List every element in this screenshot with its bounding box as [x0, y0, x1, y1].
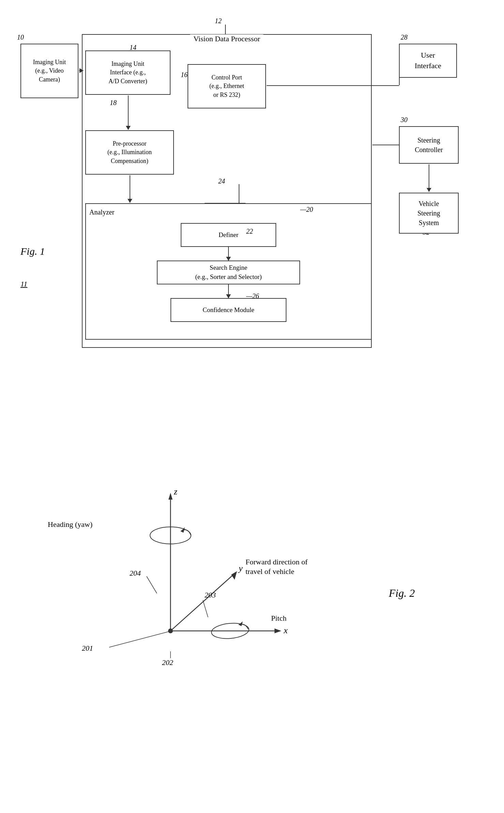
svg-text:204: 204: [130, 569, 141, 577]
confidence-module-box: Confidence Module: [171, 298, 286, 322]
svg-point-10: [168, 629, 173, 633]
ref-28: 28: [401, 33, 407, 41]
svg-line-4: [171, 573, 235, 631]
preprocessor-box: Pre-processor(e.g., IlluminationCompensa…: [85, 130, 174, 175]
user-interface-box: UserInterface: [399, 44, 457, 78]
svg-text:203: 203: [205, 591, 216, 599]
ref-16: 16: [181, 71, 188, 79]
svg-text:Pitch: Pitch: [271, 614, 286, 622]
fig2-svg: z y x 201 202: [14, 409, 491, 784]
arrow-sc-to-vss: [429, 164, 429, 192]
svg-text:201: 201: [82, 644, 93, 652]
definer-box: Definer: [181, 223, 276, 247]
line-ctrl-to-ui: [267, 85, 399, 86]
svg-text:Fig. 2: Fig. 2: [388, 587, 415, 599]
svg-marker-5: [231, 571, 237, 580]
svg-text:travel of vehicle: travel of vehicle: [246, 567, 294, 576]
svg-text:Forward direction of: Forward direction of: [246, 558, 308, 566]
svg-line-15: [203, 600, 208, 617]
fig1-label: Fig. 1: [20, 246, 45, 257]
fig1-diagram: 12 Vision Data Processor 10 Imaging Unit…: [14, 14, 491, 389]
line-24-v: [239, 184, 239, 204]
arrow-iui-to-pp: [128, 95, 129, 130]
vehicle-steering-box: VehicleSteeringSystem: [399, 193, 459, 234]
y-axis-label: y: [238, 563, 243, 573]
imaging-unit-interface-box: Imaging UnitInterface (e.g.,A/D Converte…: [85, 50, 171, 95]
search-engine-box: Search Engine(e.g., Sorter and Selector): [157, 261, 300, 284]
z-axis-label: z: [174, 487, 177, 497]
ref-10: 10: [17, 33, 24, 41]
x-axis-label: x: [283, 625, 288, 635]
svg-marker-7: [275, 629, 281, 633]
ref-20-inline: —20: [300, 205, 313, 214]
fig2-diagram: z y x 201 202: [14, 409, 491, 784]
steering-controller-box: SteeringController: [399, 126, 459, 164]
svg-text:Heading (yaw): Heading (yaw): [48, 520, 92, 529]
ref-11: 11: [20, 280, 27, 289]
arrow-se-to-cm: [228, 284, 229, 298]
vdp-label: Vision Data Processor: [190, 34, 263, 43]
arrow-pp-to-analyzer: [130, 175, 130, 203]
svg-text:202: 202: [162, 658, 173, 667]
control-port-box: Control Port(e.g., Ethernetor RS 232): [188, 64, 266, 108]
ref-30: 30: [401, 116, 407, 124]
arrow-def-to-se: [228, 247, 229, 261]
ref-22-inline: 22: [246, 226, 253, 236]
line-ui-v: [399, 61, 400, 85]
ref-18: 18: [110, 99, 117, 107]
ref-12: 12: [215, 17, 222, 25]
arrow-imaging-to-vdp: [79, 70, 83, 71]
imaging-unit-box: Imaging Unit(e.g., VideoCamera): [20, 44, 78, 98]
ref-24: 24: [218, 177, 225, 185]
svg-marker-1: [168, 493, 173, 500]
line-vdp-to-sc: [372, 145, 399, 145]
analyzer-box: Analyzer —20 Definer 22 Search Engine(e.…: [85, 203, 372, 340]
svg-line-17: [147, 576, 157, 593]
analyzer-label: Analyzer: [89, 207, 114, 217]
svg-line-11: [109, 632, 169, 647]
